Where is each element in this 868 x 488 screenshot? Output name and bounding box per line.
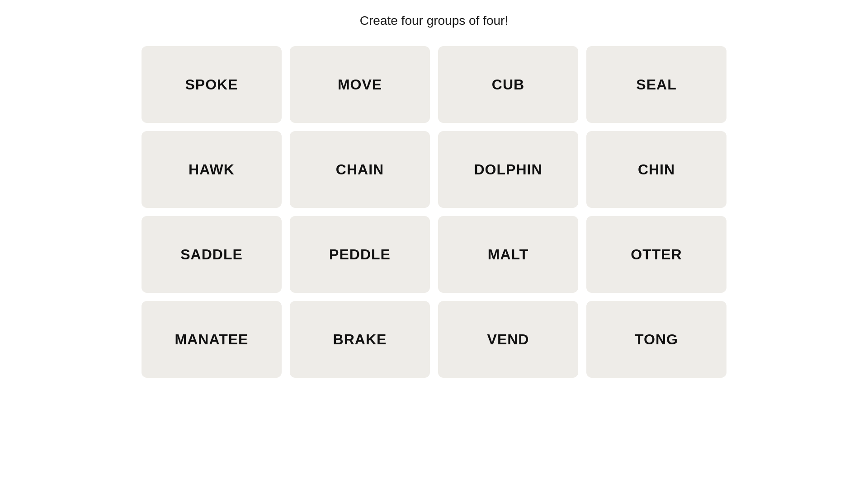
- card-move[interactable]: MOVE: [290, 46, 430, 123]
- card-chin[interactable]: CHIN: [586, 131, 726, 208]
- card-label-manatee: MANATEE: [175, 331, 249, 348]
- word-grid: SPOKEMOVECUBSEALHAWKCHAINDOLPHINCHINSADD…: [142, 46, 726, 378]
- card-label-move: MOVE: [338, 76, 382, 93]
- card-cub[interactable]: CUB: [438, 46, 578, 123]
- card-label-peddle: PEDDLE: [329, 246, 391, 263]
- card-label-vend: VEND: [487, 331, 529, 348]
- card-peddle[interactable]: PEDDLE: [290, 216, 430, 293]
- card-dolphin[interactable]: DOLPHIN: [438, 131, 578, 208]
- card-label-otter: OTTER: [631, 246, 682, 263]
- card-chain[interactable]: CHAIN: [290, 131, 430, 208]
- card-label-saddle: SADDLE: [180, 246, 243, 263]
- card-saddle[interactable]: SADDLE: [142, 216, 282, 293]
- card-tong[interactable]: TONG: [586, 301, 726, 378]
- card-label-tong: TONG: [635, 331, 678, 348]
- card-otter[interactable]: OTTER: [586, 216, 726, 293]
- card-malt[interactable]: MALT: [438, 216, 578, 293]
- card-manatee[interactable]: MANATEE: [142, 301, 282, 378]
- card-hawk[interactable]: HAWK: [142, 131, 282, 208]
- card-label-chain: CHAIN: [336, 161, 384, 178]
- card-label-dolphin: DOLPHIN: [474, 161, 542, 178]
- card-vend[interactable]: VEND: [438, 301, 578, 378]
- card-label-spoke: SPOKE: [185, 76, 238, 93]
- card-spoke[interactable]: SPOKE: [142, 46, 282, 123]
- card-label-malt: MALT: [488, 246, 528, 263]
- card-label-brake: BRAKE: [333, 331, 387, 348]
- card-seal[interactable]: SEAL: [586, 46, 726, 123]
- card-label-cub: CUB: [492, 76, 524, 93]
- card-label-chin: CHIN: [638, 161, 675, 178]
- card-label-hawk: HAWK: [189, 161, 235, 178]
- card-label-seal: SEAL: [636, 76, 676, 93]
- card-brake[interactable]: BRAKE: [290, 301, 430, 378]
- subtitle: Create four groups of four!: [360, 14, 508, 28]
